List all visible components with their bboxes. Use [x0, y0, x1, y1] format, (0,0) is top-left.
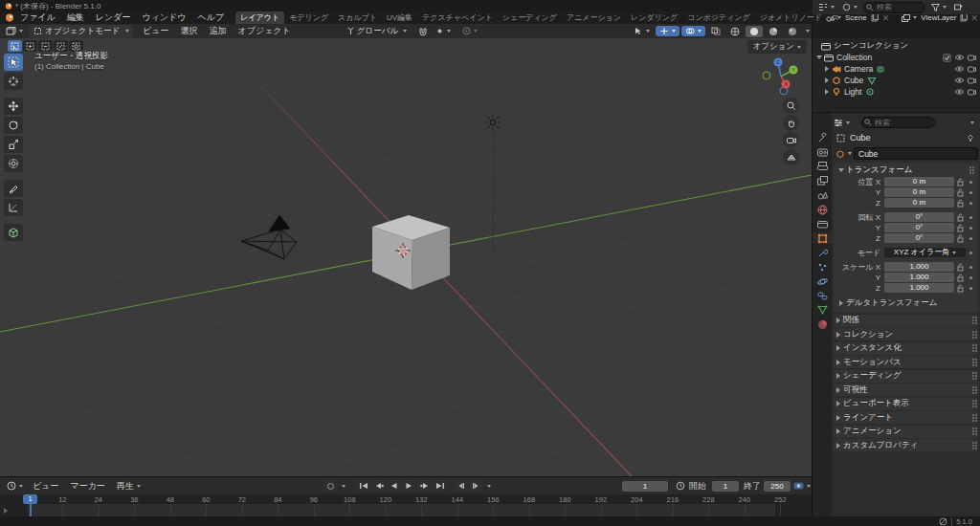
pin-icon[interactable]: [967, 134, 974, 142]
panel-line-art[interactable]: ラインアート: [834, 411, 978, 424]
particle-properties-tab[interactable]: [813, 261, 832, 273]
animate-location-y-dot[interactable]: [966, 191, 975, 194]
collection-expand-icon[interactable]: [816, 55, 822, 59]
scene-dropdown-caret[interactable]: [837, 16, 841, 19]
collection-properties-tab[interactable]: [813, 218, 832, 230]
next-keyframe-button[interactable]: [417, 480, 432, 493]
disable-render-cube-icon[interactable]: [968, 77, 976, 84]
editor-type-button[interactable]: [2, 26, 27, 37]
panel-drag-dots-icon[interactable]: [969, 169, 971, 171]
select-box-tool[interactable]: [4, 54, 23, 71]
timeline-editor-type-button[interactable]: [3, 480, 27, 492]
outliner-search[interactable]: [863, 2, 925, 13]
shading-dropdown-caret[interactable]: [806, 30, 810, 33]
add-menu[interactable]: 追加: [204, 25, 233, 37]
snap-toggle[interactable]: [414, 26, 432, 37]
location-x-field[interactable]: 0 m: [884, 177, 954, 186]
panel-instancing[interactable]: インスタンス化: [834, 342, 978, 355]
mesh-data-icon[interactable]: [867, 77, 877, 85]
jump-to-start-button[interactable]: [356, 480, 370, 493]
tab-shading[interactable]: シェーディング: [498, 11, 562, 24]
data-properties-tab[interactable]: [813, 304, 832, 316]
scale-x-field[interactable]: 1.000: [884, 262, 954, 272]
scene-name[interactable]: Scene: [845, 13, 867, 22]
scale-z-field[interactable]: 1.000: [884, 283, 954, 293]
physics-properties-tab[interactable]: [813, 275, 832, 287]
annotate-tool[interactable]: [4, 180, 23, 197]
unlink-scene-icon[interactable]: ✕: [882, 13, 890, 23]
prev-keyframe-button[interactable]: [371, 480, 386, 493]
step-forward-button[interactable]: [469, 480, 483, 493]
lock-location-x-icon[interactable]: [954, 178, 966, 186]
object-menu[interactable]: オブジェクト: [233, 25, 297, 37]
panel-animation[interactable]: アニメーション: [834, 426, 978, 438]
hide-collection-eye-icon[interactable]: [954, 54, 965, 61]
pan-view-icon[interactable]: [783, 115, 799, 131]
menu-file[interactable]: ファイル: [14, 11, 61, 24]
proportional-editing-toggle[interactable]: [458, 26, 481, 36]
select-menu[interactable]: 選択: [175, 25, 204, 37]
hide-cube-eye-icon[interactable]: [954, 77, 965, 84]
playhead[interactable]: 1: [23, 494, 37, 504]
animate-scale-z-dot[interactable]: [966, 287, 975, 290]
panel-relations[interactable]: 関係: [834, 315, 978, 327]
panel-shading[interactable]: シェーディング: [834, 370, 978, 383]
panel-custom-properties[interactable]: カスタムプロパティ: [834, 439, 978, 451]
lock-scale-x-icon[interactable]: [954, 263, 966, 272]
step-back-button[interactable]: [454, 480, 468, 493]
panel-viewport-display[interactable]: ビューポート表示: [834, 398, 978, 410]
scene-icon[interactable]: [826, 14, 835, 22]
tab-uv-editing[interactable]: UV編集: [382, 11, 417, 24]
menu-edit[interactable]: 編集: [61, 11, 90, 24]
outliner-editor-type-button[interactable]: [814, 2, 838, 12]
tool-properties-tab[interactable]: [813, 132, 832, 143]
3d-viewport[interactable]: オプション ユーザー・透視投影 (1) Collection | Cube: [0, 38, 812, 476]
properties-options-caret[interactable]: [970, 121, 974, 124]
constraint-properties-tab[interactable]: [813, 290, 832, 301]
jump-to-end-button[interactable]: [433, 480, 447, 493]
tab-modeling[interactable]: モデリング: [284, 11, 333, 24]
show-overlays-toggle[interactable]: [681, 26, 705, 36]
selectability-dropdown[interactable]: [630, 26, 654, 36]
light-row[interactable]: Light: [813, 86, 980, 98]
animate-rotation-mode-dot[interactable]: [966, 252, 975, 254]
disable-render-camera-row-icon[interactable]: [968, 65, 976, 73]
mode-selector[interactable]: オブジェクトモード: [30, 25, 133, 38]
navigation-gizmo[interactable]: Z Y X: [756, 50, 810, 103]
play-reverse-button[interactable]: [387, 480, 401, 493]
shading-wireframe-button[interactable]: [726, 26, 744, 37]
light-data-icon[interactable]: [865, 87, 875, 97]
transform-tool[interactable]: [4, 155, 23, 172]
measure-tool[interactable]: [4, 199, 23, 216]
select-mode-new-button[interactable]: [8, 40, 22, 52]
properties-editor-type-button[interactable]: [834, 119, 850, 127]
perspective-toggle-icon[interactable]: [783, 149, 799, 165]
object-properties-tab[interactable]: [813, 232, 832, 244]
tab-sculpting[interactable]: スカルプト: [333, 11, 382, 24]
output-properties-tab[interactable]: [813, 161, 832, 172]
zoom-view-icon[interactable]: [783, 98, 799, 114]
location-z-field[interactable]: 0 m: [884, 198, 954, 208]
auto-keying-record-button[interactable]: [323, 480, 338, 493]
menu-render[interactable]: レンダー: [90, 11, 137, 24]
snap-settings-dropdown[interactable]: [432, 26, 455, 36]
playhead-stem[interactable]: [30, 504, 32, 517]
lock-scale-y-icon[interactable]: [954, 274, 966, 282]
start-frame-field[interactable]: 1: [712, 481, 739, 492]
collection-checkbox[interactable]: [943, 54, 951, 62]
shading-material-button[interactable]: [765, 26, 782, 37]
timeline-view-menu[interactable]: ビュー: [27, 480, 64, 493]
cube-expand-icon[interactable]: [825, 77, 829, 83]
timeline-ruler[interactable]: 1224364860728496108120132144156168180192…: [0, 494, 812, 517]
animate-rotation-x-dot[interactable]: [966, 216, 975, 219]
xray-toggle[interactable]: [707, 26, 724, 36]
transform-panel-header[interactable]: トランスフォーム: [836, 164, 975, 176]
rotation-z-field[interactable]: 0°: [884, 233, 954, 243]
animate-scale-y-dot[interactable]: [966, 276, 975, 279]
scale-y-field[interactable]: 1.000: [884, 273, 954, 282]
keying-set-caret[interactable]: [342, 485, 345, 488]
light-expand-icon[interactable]: [825, 89, 829, 95]
show-gizmo-toggle[interactable]: [656, 26, 679, 36]
properties-search-input[interactable]: [861, 117, 935, 128]
play-button[interactable]: [402, 480, 416, 493]
